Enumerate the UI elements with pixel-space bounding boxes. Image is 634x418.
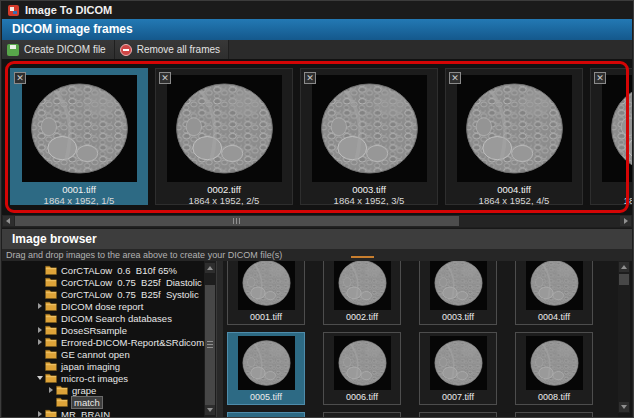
tree-vertical-scrollbar[interactable] xyxy=(204,261,216,417)
folder-icon xyxy=(45,361,58,371)
expand-arrow-icon[interactable] xyxy=(36,374,44,382)
expand-arrow-icon[interactable] xyxy=(36,302,44,310)
frame-filename: 0004.tiff xyxy=(446,184,582,195)
frame-image xyxy=(22,75,137,182)
thumbnail-cell-partial[interactable] xyxy=(227,412,305,417)
close-icon[interactable]: ✕ xyxy=(594,72,606,84)
thumbnail-filename: 0004.tiff xyxy=(516,312,592,322)
scroll-left-icon[interactable] xyxy=(3,216,14,226)
tree-item[interactable]: CorCTALow 0.75 B25f Systolic xyxy=(2,288,204,300)
dicom-frame[interactable]: ✕ 0004.tiff 1864 x 1952, 4/5 xyxy=(445,68,583,205)
browser-thumbnail[interactable]: 0004.tiff xyxy=(515,261,593,325)
close-icon[interactable]: ✕ xyxy=(14,72,26,84)
tree-item-label: CorCTALow 0.75 B25f Diastolic xyxy=(61,277,202,288)
create-dicom-file-button[interactable]: Create DICOM file xyxy=(2,40,115,59)
horizontal-scroll-thumb[interactable] xyxy=(15,216,459,226)
thumbnail-filename: 0007.tiff xyxy=(420,392,496,402)
expand-arrow-icon[interactable] xyxy=(47,398,55,406)
thumbnail-image xyxy=(526,336,583,390)
tree-item[interactable]: Errored-DICOM-Report&SRdicom xyxy=(2,336,204,348)
grid-vertical-scrollbar[interactable] xyxy=(618,261,630,413)
expand-arrow-icon[interactable] xyxy=(36,278,44,286)
expand-arrow-icon[interactable] xyxy=(47,386,55,394)
frame-filename: 0002.tiff xyxy=(156,184,292,195)
expand-arrow-icon[interactable] xyxy=(36,338,44,346)
tree-item[interactable]: CorCTALow 0.75 B25f Diastolic xyxy=(2,276,204,288)
expand-arrow-icon[interactable] xyxy=(36,350,44,358)
scroll-up-icon[interactable] xyxy=(619,262,629,272)
frame-filename: 0005.tiff xyxy=(591,184,632,195)
thumbnail-filename: 0003.tiff xyxy=(420,312,496,322)
close-icon[interactable]: ✕ xyxy=(449,72,461,84)
scroll-up-icon[interactable] xyxy=(205,263,215,273)
tree-item-label: DoseSRsample xyxy=(61,325,127,336)
remove-all-icon xyxy=(120,44,132,56)
browser-thumbnail[interactable]: 0008.tiff xyxy=(515,332,593,405)
scroll-right-icon[interactable] xyxy=(620,216,631,226)
thumbnail-cell-partial[interactable] xyxy=(515,412,593,417)
frame-image xyxy=(167,75,282,182)
dicom-frame[interactable]: ✕ 0002.tiff 1864 x 1952, 2/5 xyxy=(155,68,293,205)
browser-thumbnail[interactable]: 0003.tiff xyxy=(419,261,497,325)
browser-thumbnail[interactable]: 0001.tiff xyxy=(227,261,305,325)
scroll-down-icon[interactable] xyxy=(619,402,629,412)
folder-icon xyxy=(45,409,58,417)
scroll-down-icon[interactable] xyxy=(205,405,215,415)
expand-arrow-icon[interactable] xyxy=(36,290,44,298)
tree-item[interactable]: match xyxy=(2,396,204,408)
expand-arrow-icon[interactable] xyxy=(36,362,44,370)
folder-icon xyxy=(45,313,58,323)
close-icon[interactable]: ✕ xyxy=(159,72,171,84)
frames-toolbar: Create DICOM file Remove all frames xyxy=(2,40,632,59)
tree-grid-splitter[interactable] xyxy=(216,261,223,417)
app-icon xyxy=(8,5,19,16)
folder-icon xyxy=(45,337,58,347)
tree-item[interactable]: grape xyxy=(2,384,204,396)
thumbnail-filename: 0001.tiff xyxy=(228,312,304,322)
remove-all-frames-button[interactable]: Remove all frames xyxy=(115,40,229,59)
thumbnail-filename: 0005.tiff xyxy=(228,392,304,402)
tree-item[interactable]: micro-ct images xyxy=(2,372,204,384)
tree-item[interactable]: DICOM Search databases xyxy=(2,312,204,324)
tree-item[interactable]: japan imaging xyxy=(2,360,204,372)
thumbnail-grid: 0001.tiff 0002.tiff 0003.tiff 0004.tiff … xyxy=(223,261,618,417)
frame-info: 1864 x 1952, 3/5 xyxy=(301,195,437,206)
folder-icon xyxy=(56,397,69,407)
thumbnail-image xyxy=(334,261,391,310)
tree-item[interactable]: DoseSRsample xyxy=(2,324,204,336)
browser-section-header: Image browser xyxy=(2,228,632,249)
create-dicom-icon xyxy=(7,44,19,56)
frame-info: 1864 x 1952, 2/5 xyxy=(156,195,292,206)
tree-item-label: GE cannot open xyxy=(61,349,130,360)
frames-horizontal-scrollbar[interactable] xyxy=(2,215,632,227)
thumbnail-filename: 0002.tiff xyxy=(324,312,400,322)
tree-item-label: micro-ct images xyxy=(61,373,128,384)
dicom-frame[interactable]: ✕ 0001.tiff 1864 x 1952, 1/5 xyxy=(10,68,148,205)
dicom-frame[interactable]: ✕ 0005.tiff 1864 x 1952, 5/5 xyxy=(590,68,632,205)
close-icon[interactable]: ✕ xyxy=(304,72,316,84)
browser-thumbnail[interactable]: 0002.tiff xyxy=(323,261,401,325)
frame-filename: 0001.tiff xyxy=(11,184,147,195)
tree-scroll-thumb[interactable] xyxy=(205,285,215,405)
tree-item[interactable]: GE cannot open xyxy=(2,348,204,360)
tree-item[interactable]: MR_BRAIN xyxy=(2,408,204,417)
tree-item[interactable]: DICOM dose report xyxy=(2,300,204,312)
browser-thumbnail[interactable]: 0006.tiff xyxy=(323,332,401,405)
folder-icon xyxy=(45,325,58,335)
frame-info: 1864 x 1952, 5/5 xyxy=(591,195,632,206)
expand-arrow-icon[interactable] xyxy=(36,314,44,322)
app-window: Image To DICOM DICOM image frames Create… xyxy=(0,0,634,418)
expand-arrow-icon[interactable] xyxy=(36,326,44,334)
dicom-frame[interactable]: ✕ 0003.tiff 1864 x 1952, 3/5 xyxy=(300,68,438,205)
thumbnail-cell-partial[interactable] xyxy=(419,412,497,417)
expand-arrow-icon[interactable] xyxy=(36,410,44,417)
folder-icon xyxy=(45,265,58,275)
browser-thumbnail[interactable]: 0007.tiff xyxy=(419,332,497,405)
expand-arrow-icon[interactable] xyxy=(36,266,44,274)
tree-item[interactable]: CorCTALow 0.6 B10f 65% xyxy=(2,264,204,276)
folder-icon xyxy=(45,349,58,359)
thumbnail-cell-partial[interactable] xyxy=(323,412,401,417)
grid-scroll-thumb[interactable] xyxy=(619,274,629,285)
folder-icon xyxy=(45,301,58,311)
browser-thumbnail[interactable]: 0005.tiff xyxy=(227,332,305,405)
